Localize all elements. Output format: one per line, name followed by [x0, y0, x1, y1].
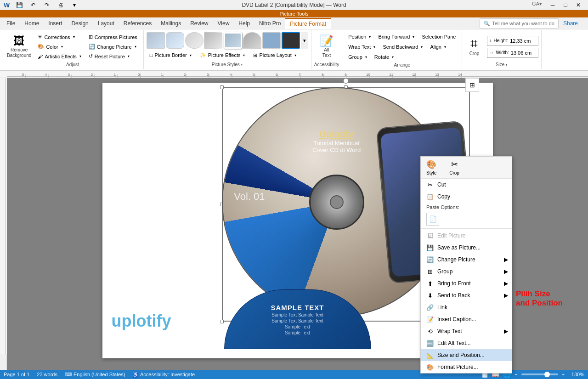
- crop-btn[interactable]: ⌗ Crop: [465, 33, 483, 61]
- cd-title: Uplotify: [312, 129, 361, 140]
- zoom-in-btn[interactable]: +: [562, 372, 565, 377]
- accessibility-text: Accessibility: Investigate: [140, 372, 195, 377]
- height-field[interactable]: ↕ Height: 12,33 cm: [487, 36, 538, 46]
- zoom-slider[interactable]: [521, 373, 558, 375]
- color-btn[interactable]: 🎨 Color▾: [34, 42, 84, 51]
- ctx-save-as-picture[interactable]: 💾 Save as Picture...: [421, 242, 512, 254]
- compress-pictures-btn[interactable]: ⊞ Compress Pictures: [85, 33, 141, 42]
- paste-icon: 📄: [429, 215, 437, 223]
- handle-bl[interactable]: [220, 320, 224, 323]
- ribbon: 🖼 RemoveBackground ☀ Corrections▾ 🎨 Colo…: [0, 29, 588, 71]
- artistic-effects-btn[interactable]: 🖌 Artistic Effects▾: [34, 52, 84, 61]
- rotate-handle[interactable]: [343, 78, 349, 84]
- tab-view[interactable]: View: [213, 18, 234, 29]
- ctx-send-to-back[interactable]: ⬇ Send to Back ▶: [421, 289, 512, 301]
- send-backward-btn[interactable]: Send Backward▾: [379, 42, 426, 51]
- bring-forward-btn[interactable]: Bring Forward▾: [375, 32, 418, 41]
- style-2[interactable]: [166, 32, 184, 49]
- size-label[interactable]: Size⬧: [496, 61, 508, 67]
- style-6[interactable]: [243, 32, 261, 49]
- handle-tl[interactable]: [220, 85, 224, 89]
- ctx-edit-alt-text[interactable]: 🔤 Edit Alt Text...: [421, 337, 512, 349]
- caption-icon: 📝: [426, 316, 434, 323]
- tab-help[interactable]: Help: [234, 18, 254, 29]
- remove-background-btn[interactable]: 🖼 RemoveBackground: [5, 33, 34, 61]
- share-btn[interactable]: Share: [559, 18, 582, 29]
- word-count: 23 words: [37, 372, 57, 377]
- zoom-out-btn[interactable]: −: [514, 372, 517, 377]
- undo-btn[interactable]: ↶: [27, 1, 39, 9]
- height-value[interactable]: 12,33 cm: [510, 38, 535, 44]
- picture-layout-btn[interactable]: ⊞ Picture Layout▾: [250, 51, 299, 60]
- tab-references[interactable]: References: [119, 18, 156, 29]
- redo-btn[interactable]: ↷: [41, 1, 53, 9]
- style-7[interactable]: [262, 32, 281, 49]
- ruler: -5 -4 -3 -2 -1 0 1 2 3 4 5 6 7 8 9 10 11…: [0, 71, 588, 78]
- zoom-level[interactable]: 130%: [568, 372, 584, 377]
- annotation-line1: Pilih Size: [516, 289, 563, 299]
- ctx-size-and-position[interactable]: 📐 Size and Position...: [421, 349, 512, 361]
- tab-review[interactable]: Review: [186, 18, 213, 29]
- align-btn[interactable]: Align▾: [427, 42, 449, 51]
- styles-more-btn[interactable]: ▾: [301, 32, 308, 49]
- ctx-insert-caption[interactable]: 📝 Insert Caption...: [421, 313, 512, 325]
- ctx-group[interactable]: ⊞ Group ▶: [421, 266, 512, 277]
- restore-btn[interactable]: □: [560, 1, 571, 9]
- ctx-bring-to-front[interactable]: ⬆ Bring to Front ▶: [421, 277, 512, 289]
- styles-label[interactable]: Picture Styles⬧: [212, 61, 243, 67]
- save-btn[interactable]: 💾: [13, 1, 25, 9]
- customize-btn[interactable]: ▾: [68, 1, 80, 9]
- tab-mailings[interactable]: Mailings: [156, 18, 186, 29]
- accessibility-info[interactable]: ♿ Accessibility: Investigate: [132, 372, 195, 378]
- ctx-cut[interactable]: ✂ Cut: [421, 179, 512, 191]
- tab-layout[interactable]: Layout: [93, 18, 119, 29]
- picture-effects-btn[interactable]: ✨ Picture Effects▾: [197, 51, 249, 60]
- style-4[interactable]: [204, 32, 222, 49]
- ctx-style-btn[interactable]: 🎨 Style: [424, 158, 438, 176]
- ctx-link[interactable]: 🔗 Link: [421, 301, 512, 313]
- tab-home[interactable]: Home: [20, 18, 44, 29]
- style-5[interactable]: [224, 32, 242, 49]
- zoom-thumb[interactable]: [544, 372, 550, 377]
- style-1[interactable]: [147, 32, 165, 49]
- ctx-copy[interactable]: 📋 Copy: [421, 191, 512, 203]
- alt-text-btn[interactable]: 📝 AltText: [317, 33, 336, 61]
- style-3[interactable]: [185, 32, 204, 49]
- corrections-btn[interactable]: ☀ Corrections▾: [34, 33, 84, 42]
- arrange-row3: Group▾ Rotate▾: [345, 52, 397, 62]
- document-area[interactable]: uplotify: [7, 78, 588, 377]
- tab-insert[interactable]: Insert: [44, 18, 67, 29]
- width-field[interactable]: ↔ Width: 13,06 cm: [487, 48, 538, 58]
- alt-text-icon: 📝: [320, 35, 334, 46]
- tab-picture-format[interactable]: Picture Format: [285, 18, 331, 29]
- close-btn[interactable]: ✕: [572, 1, 584, 9]
- styles-content: ▾ □ Picture Border▾ ✨ Picture Effects▾ ⊞…: [147, 32, 308, 61]
- tell-me-box[interactable]: 🔍 Tell me what you want to do: [480, 18, 559, 28]
- position-icon[interactable]: ⊞: [465, 78, 479, 92]
- paste-option-1[interactable]: 📄: [426, 213, 439, 226]
- arrange-label[interactable]: Arrange: [394, 62, 411, 68]
- accessibility-label[interactable]: Accessibility: [314, 61, 339, 67]
- ctx-crop-btn[interactable]: ✂ Crop: [447, 158, 461, 176]
- minimize-btn[interactable]: ─: [547, 1, 559, 9]
- rotate-btn[interactable]: Rotate▾: [371, 52, 397, 62]
- ctx-format-picture[interactable]: 🎨 Format Picture...: [421, 361, 512, 373]
- picture-border-btn[interactable]: □ Picture Border▾: [147, 51, 195, 60]
- print-preview-btn[interactable]: 🖨: [55, 1, 67, 9]
- reset-picture-btn[interactable]: ↺ Reset Picture▾: [85, 52, 141, 61]
- tab-file[interactable]: File: [2, 18, 20, 29]
- change-picture-btn[interactable]: 🔄 Change Picture▾: [85, 42, 141, 51]
- tab-nitro-pro[interactable]: Nitro Pro: [254, 18, 285, 29]
- style-8[interactable]: [282, 32, 300, 49]
- position-btn[interactable]: Position▾: [345, 32, 374, 41]
- selection-pane-btn[interactable]: Selection Pane: [418, 32, 459, 41]
- wrap-text-btn[interactable]: Wrap Text▾: [345, 42, 379, 51]
- bring-front-icon: ⬆: [426, 280, 434, 287]
- tab-design[interactable]: Design: [67, 18, 93, 29]
- group-btn[interactable]: Group▾: [345, 52, 370, 62]
- format-pic-icon: 🎨: [426, 363, 434, 371]
- ctx-wrap-text[interactable]: ⟲ Wrap Text ▶: [421, 325, 512, 337]
- ctx-change-picture[interactable]: 🔄 Change Picture ▶: [421, 254, 512, 266]
- width-value[interactable]: 13,06 cm: [511, 50, 536, 56]
- adjust-label[interactable]: Adjust: [66, 61, 79, 67]
